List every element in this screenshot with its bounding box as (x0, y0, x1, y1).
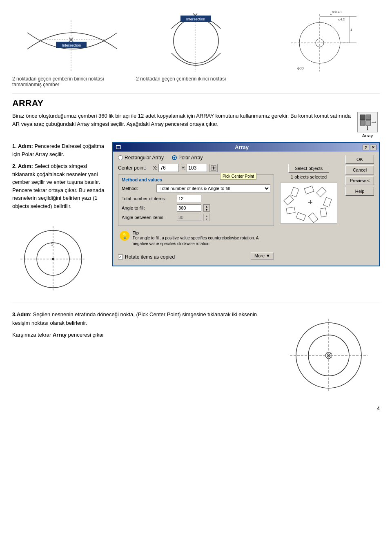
step-4-paragraph: Karşımıza tekrar Array penceresi çıkar (12, 331, 270, 340)
bottom-text: 3.Adım: Seçilen nesnenin etrafında dönec… (12, 311, 270, 402)
dialog-titlebar: 🗔 Array ? ✕ (113, 143, 379, 152)
svg-rect-25 (360, 115, 365, 120)
radio-rectangular-label: Rectangular Array (125, 155, 164, 161)
circle-diagram-left: 9 (12, 216, 94, 298)
svg-rect-49 (286, 207, 295, 214)
more-button[interactable]: More ▼ (251, 252, 274, 259)
bottom-section: 3.Adım: Seçilen nesnenin etrafında dönec… (12, 311, 380, 402)
select-objects-button[interactable]: Select objects (288, 164, 329, 173)
cancel-button[interactable]: Cancel (345, 165, 374, 174)
y-label: Y: (181, 165, 185, 170)
preview-button[interactable]: Preview < (345, 176, 374, 185)
array-intro: Biraz önce oluşturduğumuz çemberi 360 li… (12, 112, 380, 138)
array-section: ARRAY Biraz önce oluşturduğumuz çemberi … (12, 98, 380, 298)
svg-rect-51 (291, 187, 299, 197)
dialog-left: Rectangular Array Polar Array (118, 155, 341, 262)
angle-fill-input[interactable] (177, 204, 201, 212)
radio-rectangular-circle[interactable] (118, 155, 123, 160)
radio-rectangular[interactable]: Rectangular Array (118, 155, 164, 161)
svg-rect-50 (284, 195, 294, 205)
diagram-1: Intersection 2 noktadan geçen çemberin b… (12, 8, 132, 87)
y-coord-group: Y: (181, 164, 207, 172)
array-intro-text: Biraz önce oluşturduğumuz çemberi 360 li… (12, 112, 351, 128)
total-items-input[interactable] (177, 195, 201, 202)
angle-between-row: Angle between items: ▲ ▼ (122, 214, 270, 221)
spin-down[interactable]: ▼ (204, 208, 209, 211)
diagram-1-caption: 2 noktadan geçen çemberin birinci noktas… (12, 76, 132, 87)
radio-row: Rectangular Array Polar Array (118, 155, 341, 161)
svg-text:φ30: φ30 (297, 66, 304, 70)
dialog-layout: Rectangular Array Polar Array (118, 155, 374, 262)
radio-polar-circle[interactable] (172, 155, 177, 160)
objects-selected-text: 1 objects selected (291, 174, 327, 179)
radio-polar[interactable]: Polar Array (172, 155, 203, 161)
diagram-3: 1 1 φ30 φ4.2 R32.4.1 (260, 8, 380, 76)
step-4-text2: penceresi çıkar (67, 332, 104, 338)
svg-rect-48 (296, 212, 306, 221)
angle-between-label: Angle between items: (122, 215, 175, 220)
angle-between-spin: ▲ ▼ (203, 214, 210, 221)
svg-rect-43 (304, 186, 314, 194)
step-4-text1: Karşımıza tekrar (12, 332, 53, 338)
ok-button[interactable]: OK (345, 155, 374, 164)
y-input[interactable] (187, 164, 207, 172)
tip-text-block: Tip For angle to fill, a positive value … (133, 231, 272, 247)
svg-rect-28 (366, 121, 371, 125)
main-content: 1. Adım: Pencerede Dairesel çoğaltma içi… (12, 142, 380, 298)
svg-marker-32 (367, 130, 368, 130)
tip-label: Tip (133, 231, 272, 235)
close-button-titlebar[interactable]: ✕ (370, 145, 376, 150)
step-1-text: 1. Adım: Pencerede Dairesel çoğaltma içi… (12, 142, 106, 158)
array-icon-image (357, 112, 378, 132)
rotate-checkbox[interactable]: ✓ (118, 255, 123, 259)
svg-rect-46 (320, 208, 327, 217)
help-button-titlebar[interactable]: ? (363, 145, 369, 150)
dialog-right-area: Select objects 1 objects selected (276, 164, 341, 223)
total-items-row: Total number of items: (122, 195, 270, 202)
pick-center-tooltip: Pick Center Point (220, 173, 256, 180)
help-button[interactable]: Help (345, 187, 374, 196)
rotate-checkbox-row[interactable]: ✓ Rotate items as copied (118, 254, 175, 260)
step-3-text: : Seçilen nesnenin etrafında döneceği no… (12, 311, 257, 326)
dialog-title-text: Array (235, 144, 249, 150)
angle-fill-spin[interactable]: ▲ ▼ (203, 204, 210, 212)
array-icon-label: Array (362, 133, 373, 138)
top-diagrams-section: Intersection 2 noktadan geçen çemberin b… (12, 8, 380, 87)
dialog-column: 🗔 Array ? ✕ Rec (112, 142, 380, 298)
spin-up[interactable]: ▲ (204, 205, 209, 208)
x-input[interactable] (158, 164, 179, 172)
method-select[interactable]: Total number of items & Angle to fill (156, 184, 270, 192)
total-items-label: Total number of items: (122, 196, 175, 201)
dialog-title-icon: 🗔 (116, 144, 121, 150)
svg-text:φ4.2: φ4.2 (338, 18, 345, 21)
svg-text:1: 1 (350, 28, 352, 31)
dialog-left-content: Center point: X: Y: (118, 164, 274, 260)
dialog-title-buttons[interactable]: ? ✕ (363, 145, 376, 150)
diagram-2-caption: 2 noktadan geçen çemberin ikinci noktası (136, 76, 256, 82)
x-label: X: (153, 165, 157, 170)
dialog-body: Rectangular Array Polar Array (113, 152, 379, 266)
spin-up-2: ▲ (204, 214, 209, 217)
svg-rect-42 (213, 167, 214, 169)
diagram-2-image: Intersection (136, 8, 256, 74)
tip-icon: 💡 (120, 231, 129, 241)
svg-marker-30 (375, 121, 376, 123)
svg-text:Intersection: Intersection (62, 43, 81, 47)
svg-rect-44 (316, 187, 326, 197)
angle-fill-row: Angle to fill: ▲ ▼ (122, 204, 270, 212)
svg-text:Intersection: Intersection (186, 17, 205, 21)
step-4-bold: Array (53, 332, 67, 338)
bottom-circle-diagram (278, 311, 380, 402)
angle-fill-label: Angle to fill: (122, 206, 175, 210)
svg-point-6 (174, 18, 218, 63)
steps-column: 1. Adım: Pencerede Dairesel çoğaltma içi… (12, 142, 106, 298)
svg-rect-27 (360, 121, 365, 125)
page-number: 4 (12, 406, 380, 411)
pick-center-btn[interactable] (209, 164, 218, 172)
divider-1 (12, 94, 380, 94)
array-title: ARRAY (12, 98, 380, 109)
dialog-right-buttons: OK Cancel Preview < Help (345, 155, 374, 262)
array-dialog: 🗔 Array ? ✕ Rec (112, 142, 380, 266)
tip-text: For angle to fill, a positive value spec… (133, 235, 272, 247)
svg-rect-45 (323, 197, 332, 207)
